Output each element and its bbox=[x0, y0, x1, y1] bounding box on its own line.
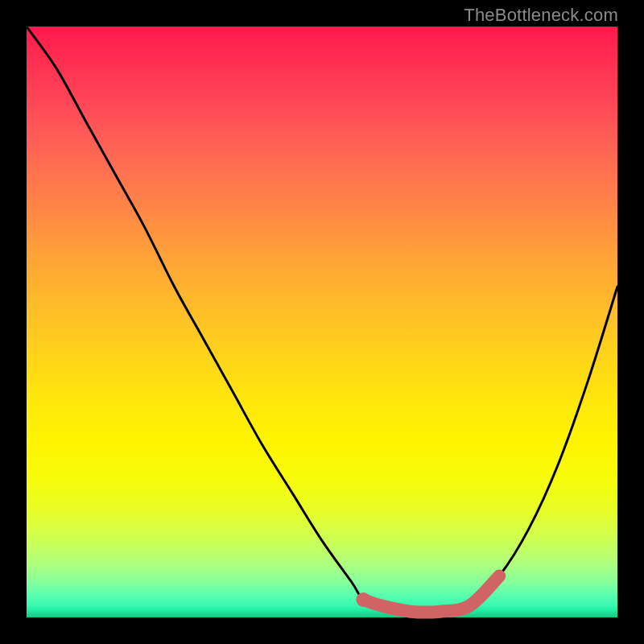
chart-svg-overlay bbox=[27, 27, 617, 617]
sweet-spot-marker bbox=[356, 592, 370, 607]
sweet-spot-highlight bbox=[363, 576, 499, 613]
watermark-text: TheBottleneck.com bbox=[464, 5, 618, 26]
chart-container: TheBottleneck.com bbox=[0, 0, 644, 644]
bottleneck-curve bbox=[27, 27, 617, 613]
